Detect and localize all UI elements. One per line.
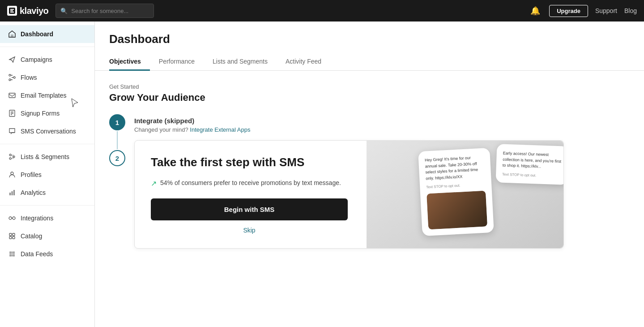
step-connector <box>117 131 118 149</box>
sidebar-item-integrations-label: Integrations <box>21 215 53 222</box>
svg-rect-1 <box>11 34 13 37</box>
tab-activity-feed[interactable]: Activity Feed <box>277 53 330 71</box>
top-navigation: klaviyo 🔍 🔔 Upgrade Support Blog <box>0 0 644 22</box>
sidebar-divider-2 <box>0 144 94 144</box>
svg-point-3 <box>13 77 15 78</box>
phone-mockup-2: Early access! Our newest collection is h… <box>496 144 563 185</box>
sidebar-item-integrations[interactable]: Integrations <box>0 209 94 227</box>
sidebar-item-catalog[interactable]: Catalog <box>0 227 94 245</box>
tab-objectives[interactable]: Objectives <box>109 53 150 71</box>
topnav-right: 🔔 Upgrade Support Blog <box>529 4 637 17</box>
logo-text: klaviyo <box>20 6 48 16</box>
sidebar-item-campaigns[interactable]: Campaigns <box>0 51 94 69</box>
sidebar-item-data-feeds[interactable]: Data Feeds <box>0 245 94 263</box>
steps-timeline: 1 2 <box>109 114 125 166</box>
sidebar-item-signup-forms-label: Signup Forms <box>21 110 60 117</box>
sidebar-item-sms-label: SMS Conversations <box>21 128 76 135</box>
sidebar-item-data-feeds-label: Data Feeds <box>21 250 53 258</box>
email-templates-icon <box>8 91 16 99</box>
sidebar-item-email-templates[interactable]: Email Templates <box>0 86 94 104</box>
sidebar-item-dashboard-label: Dashboard <box>21 30 53 38</box>
svg-rect-11 <box>9 193 11 195</box>
campaigns-icon <box>8 56 16 64</box>
support-link[interactable]: Support <box>595 7 617 14</box>
svg-rect-18 <box>9 237 12 239</box>
sidebar-item-profiles[interactable]: Profiles <box>0 166 94 184</box>
svg-rect-13 <box>13 190 15 195</box>
notifications-button[interactable]: 🔔 <box>529 4 542 17</box>
step1-title: Integrate (skipped) <box>134 117 630 125</box>
sidebar-item-campaigns-label: Campaigns <box>21 56 52 63</box>
page-header: Dashboard Objectives Performance Lists a… <box>95 22 644 71</box>
sidebar-item-sms-conversations[interactable]: SMS Conversations <box>0 122 94 140</box>
signup-forms-icon <box>8 109 16 117</box>
tab-performance[interactable]: Performance <box>150 53 204 71</box>
profiles-icon <box>8 171 16 179</box>
skip-link[interactable]: Skip <box>151 227 348 234</box>
svg-rect-12 <box>12 191 13 195</box>
analytics-icon <box>8 189 16 197</box>
sms-stat: ↗ 54% of consumers prefer to receive pro… <box>151 178 348 188</box>
step1-circle: 1 <box>109 114 125 130</box>
phone-mockup-1: Hey Greg! It's time for our annual sale.… <box>418 148 494 236</box>
search-bar[interactable]: 🔍 <box>55 4 154 18</box>
tab-lists-segments[interactable]: Lists and Segments <box>204 53 277 71</box>
svg-point-10 <box>11 172 13 175</box>
sidebar-item-analytics-label: Analytics <box>21 189 46 196</box>
sidebar-item-signup-forms[interactable]: Signup Forms <box>0 104 94 122</box>
step2-card: Take the first step with SMS ↗ 54% of co… <box>134 140 564 249</box>
catalog-icon <box>8 232 16 240</box>
sms-stat-text: 54% of consumers prefer to receive promo… <box>160 178 341 188</box>
sidebar-item-catalog-label: Catalog <box>21 232 42 240</box>
svg-point-8 <box>9 158 11 159</box>
svg-point-7 <box>9 154 11 156</box>
upgrade-button[interactable]: Upgrade <box>549 5 588 17</box>
search-icon: 🔍 <box>60 8 68 14</box>
sidebar-item-flows-label: Flows <box>21 74 37 81</box>
svg-rect-5 <box>9 93 15 98</box>
content-area: Get Started Grow Your Audience 1 2 Integ… <box>95 71 644 327</box>
blog-link[interactable]: Blog <box>624 7 637 14</box>
svg-rect-19 <box>13 237 15 239</box>
sidebar: Dashboard Campaigns Flows Email Template… <box>0 22 95 327</box>
steps-area: 1 2 Integrate (skipped) Changed your min… <box>109 114 630 249</box>
logo: klaviyo <box>7 6 48 16</box>
svg-point-15 <box>13 217 15 219</box>
grow-title: Grow Your Audience <box>109 92 630 103</box>
svg-point-14 <box>9 217 12 219</box>
logo-icon <box>7 6 17 16</box>
sidebar-item-dashboard[interactable]: Dashboard <box>0 25 94 43</box>
sidebar-item-lists-segments[interactable]: Lists & Segments <box>0 148 94 166</box>
changed-mind-text: Changed your mind? <box>134 126 188 133</box>
svg-point-2 <box>9 74 11 76</box>
begin-with-sms-button[interactable]: Begin with SMS <box>151 198 348 220</box>
sidebar-divider-3 <box>0 205 94 206</box>
svg-rect-16 <box>9 233 12 236</box>
sms-icon <box>8 127 16 135</box>
phone-mockup-area: Hey Greg! It's time for our annual sale.… <box>367 141 563 248</box>
search-input[interactable] <box>71 8 149 14</box>
get-started-label: Get Started <box>109 83 630 90</box>
sidebar-item-analytics[interactable]: Analytics <box>0 184 94 202</box>
steps-content: Integrate (skipped) Changed your mind? I… <box>134 114 630 249</box>
step2-circle: 2 <box>109 150 125 166</box>
step2-row: Take the first step with SMS ↗ 54% of co… <box>134 140 630 249</box>
flows-icon <box>8 73 16 82</box>
sidebar-divider-1 <box>0 47 94 47</box>
main-content: Dashboard Objectives Performance Lists a… <box>95 22 644 327</box>
sidebar-item-email-templates-label: Email Templates <box>21 92 66 99</box>
step1-content: Integrate (skipped) Changed your mind? I… <box>134 114 630 133</box>
sidebar-item-flows[interactable]: Flows <box>0 69 94 86</box>
step1-subtitle: Changed your mind? Integrate External Ap… <box>134 126 630 133</box>
integrations-icon <box>8 214 16 222</box>
home-icon <box>8 30 16 38</box>
sidebar-item-lists-label: Lists & Segments <box>21 153 69 160</box>
step2-card-left: Take the first step with SMS ↗ 54% of co… <box>151 155 348 234</box>
lists-icon <box>8 153 16 161</box>
page-title: Dashboard <box>109 32 630 46</box>
svg-rect-17 <box>13 233 15 236</box>
main-layout: Dashboard Campaigns Flows Email Template… <box>0 22 644 327</box>
integrate-apps-link[interactable]: Integrate External Apps <box>190 126 250 133</box>
tabs-bar: Objectives Performance Lists and Segment… <box>109 53 630 70</box>
stat-arrow-icon: ↗ <box>151 179 157 188</box>
